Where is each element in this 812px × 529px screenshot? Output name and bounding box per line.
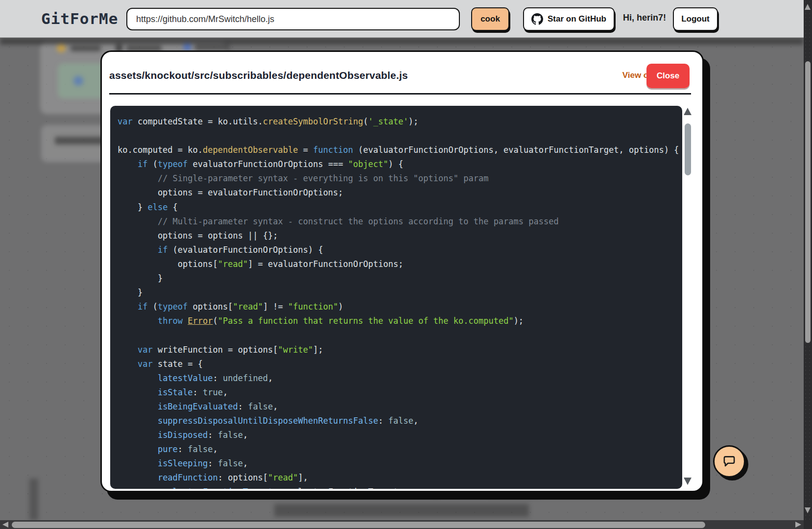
app-window: GitForMe cook Star on GitHub Hi, herin7!… [0,0,812,529]
code-line: options["read"] = evaluatorFunctionOrOpt… [118,257,682,271]
code-line [118,328,682,342]
file-viewer-modal: assets/knockout/src/subscribables/depend… [100,50,704,492]
dimmed-background-content [0,38,804,45]
code-line: if (evaluatorFunctionOrOptions) { [118,243,682,257]
dimmed-background-content [195,44,229,50]
scroll-left-arrow-icon[interactable] [2,522,8,528]
page-horizontal-scrollbar[interactable] [0,520,804,529]
code-line: options = evaluatorFunctionOrOptions; [118,186,682,200]
code-line: evaluatorFunctionTarget: evaluatorFuncti… [118,485,682,489]
app-logo[interactable]: GitForMe [41,10,118,27]
dimmed-background-content [73,76,83,86]
code-line: suppressDisposalUntilDisposeWhenReturnsF… [118,414,682,428]
vertical-scrollbar-thumb[interactable] [805,61,811,343]
code-line: } else { [118,200,682,215]
chat-bubble-icon [721,454,737,469]
star-button-label: Star on GitHub [548,14,606,24]
logout-button[interactable]: Logout [673,7,718,31]
scrollbar-corner [804,520,812,529]
scroll-up-arrow-icon[interactable] [805,4,811,10]
code-line: isStale: true, [118,385,682,400]
horizontal-scrollbar-thumb[interactable] [12,522,705,528]
repo-url-input[interactable] [126,8,460,30]
code-line: } [118,286,682,300]
dimmed-star-count [57,44,66,52]
code-scroll-up-arrow-icon[interactable] [684,108,692,115]
dimmed-background-content [71,45,101,51]
top-navbar: GitForMe cook Star on GitHub Hi, herin7!… [0,0,804,38]
code-line: ko.computed = ko.dependentObservable = f… [118,143,682,157]
code-line [118,129,682,143]
code-line: options = options || {}; [118,229,682,243]
code-scrollbar-thumb[interactable] [685,123,691,175]
code-line: isSleeping: false, [118,457,682,471]
code-line: var writeFunction = options["write"]; [118,343,682,357]
page-vertical-scrollbar[interactable] [804,0,812,520]
code-line: // Single-parameter syntax - everything … [118,171,682,186]
code-line: if (typeof evaluatorFunctionOrOptions ==… [118,157,682,171]
github-icon [531,13,543,25]
code-line: } [118,271,682,286]
file-path-title: assets/knockout/src/subscribables/depend… [109,70,408,81]
user-greeting: Hi, herin7! [623,13,666,23]
scroll-down-arrow-icon[interactable] [805,507,811,513]
modal-divider [109,93,691,95]
code-line: readFunction: options["read"], [118,471,682,485]
scroll-right-arrow-icon[interactable] [795,522,801,528]
code-line: throw Error("Pass a function that return… [118,314,682,328]
code-scroll-down-arrow-icon[interactable] [684,478,692,485]
star-on-github-button[interactable]: Star on GitHub [523,7,615,31]
code-viewer[interactable]: var computedState = ko.utils.createSymbo… [110,106,682,489]
code-line: latestValue: undefined, [118,371,682,385]
dimmed-background-content [274,504,529,517]
cook-button[interactable]: cook [471,7,509,31]
code-line: var state = { [118,357,682,371]
code-line: if (typeof options["read"] != "function"… [118,300,682,314]
code-line: isBeingEvaluated: false, [118,400,682,414]
code-line: pure: false, [118,442,682,457]
dimmed-background-content [29,479,38,520]
code-line: // Multi-parameter syntax - construct th… [118,215,682,229]
code-line: var computedState = ko.utils.createSymbo… [118,115,682,129]
chat-button[interactable] [713,445,745,478]
code-line: isDisposed: false, [118,428,682,442]
close-button[interactable]: Close [646,64,690,88]
